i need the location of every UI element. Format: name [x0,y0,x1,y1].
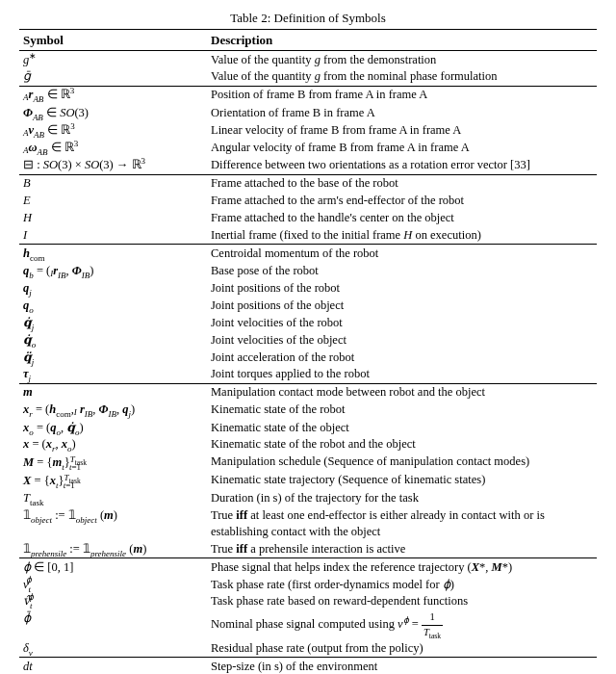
table-row: τjJoint torques applied to the robot [19,366,597,383]
symbol-cell: dt [19,658,207,674]
table-row: v̂tϕTask phase rate based on reward-depe… [19,593,597,610]
description-cell: Kinematic state of the robot and the obj… [207,436,597,454]
table-row: xr = (hcom,I rIB, ΦIB, qj)Kinematic stat… [19,402,597,419]
table-row: ϕ ∈ [0, 1]Phase signal that helps index … [19,558,597,576]
symbol-cell: Ttask [19,490,207,507]
symbol-cell: v̂tϕ [19,593,207,610]
table-row: δvResidual phase rate (output from the p… [19,639,597,657]
table-row: X = {xt}Ttaskt=1Kinematic state trajecto… [19,472,597,490]
table-row: q̇oJoint velocities of the object [19,331,597,349]
description-cell: Difference between two orientations as a… [207,157,597,174]
symbol-cell: ϕ̄ [19,610,207,640]
table-row: qjJoint positions of the robot [19,280,597,298]
symbol-cell: E [19,193,207,210]
symbol-cell: vtϕ [19,576,207,593]
page-container: Table 2: Definition of Symbols Symbol De… [0,0,616,674]
symbol-cell: τj [19,366,207,383]
symbol-cell: 𝟙prehensile := 𝟙prehensile (m) [19,540,207,557]
table-row: IInertial frame (fixed to the initial fr… [19,226,597,244]
description-cell: Position of frame B from frame A in fram… [207,86,597,104]
table-header-row: Symbol Description [19,29,597,51]
description-cell: Linear velocity of frame B from frame A … [207,121,597,139]
symbol-cell: x = (xr, xo) [19,436,207,454]
table-row: hcomCentroidal momentum of the robot [19,245,597,262]
description-cell: Frame attached to the base of the robot [207,174,597,192]
table-row: ΦAB ∈ SO(3)Orientation of frame B in fra… [19,104,597,121]
table-row: q̇jJoint velocities of the robot [19,314,597,331]
description-cell: True iff at least one end-effector is ei… [207,507,597,541]
symbol-cell: M = {mt}Ttaskt=1 [19,454,207,472]
symbol-cell: AvAB ∈ ℝ3 [19,121,207,139]
description-cell: Joint positions of the robot [207,280,597,298]
symbol-cell: B [19,174,207,192]
table-row: ḡValue of the quantity g from the nomina… [19,68,597,86]
description-cell: Kinematic state of the robot [207,402,597,419]
table-row: TtaskDuration (in s) of the trajectory f… [19,490,597,507]
symbol-cell: ΦAB ∈ SO(3) [19,104,207,121]
table-row: HFrame attached to the handle's center o… [19,210,597,227]
description-cell: Residual phase rate (output from the pol… [207,639,597,657]
symbol-cell: ḡ [19,68,207,86]
description-cell: Joint acceleration of the robot [207,349,597,366]
table-row: dtStep-size (in s) of the environment [19,658,597,674]
symbol-cell: q̇o [19,331,207,349]
description-cell: Duration (in s) of the trajectory for th… [207,490,597,507]
symbol-cell: 𝟙object := 𝟙object (m) [19,507,207,541]
description-cell: Manipulation contact mode between robot … [207,383,597,401]
description-cell: Value of the quantity g from the nominal… [207,68,597,86]
description-cell: True iff a prehensile interaction is act… [207,540,597,557]
symbol-cell: q̈j [19,349,207,366]
symbol-cell: qj [19,280,207,298]
description-cell: Orientation of frame B in frame A [207,104,597,121]
table-row: mManipulation contact mode between robot… [19,383,597,401]
table-row: 𝟙prehensile := 𝟙prehensile (m)True iff a… [19,540,597,557]
table-row: qb = (IrIB, ΦIB)Base pose of the robot [19,262,597,279]
table-row: EFrame attached to the arm's end-effecto… [19,193,597,210]
table-caption: Table 2: Definition of Symbols [19,10,597,27]
description-cell: Frame attached to the handle's center on… [207,210,597,227]
symbol-cell: X = {xt}Ttaskt=1 [19,472,207,490]
description-cell: Base pose of the robot [207,262,597,279]
header-description: Description [207,29,597,51]
symbol-cell: ϕ ∈ [0, 1] [19,558,207,576]
description-cell: Manipulation schedule (Sequence of manip… [207,454,597,472]
description-cell: Phase signal that helps index the refere… [207,558,597,576]
symbol-cell: H [19,210,207,227]
symbol-cell: AωAB ∈ ℝ3 [19,140,207,157]
description-cell: Value of the quantity g from the demonst… [207,51,597,68]
description-cell: Joint torques applied to the robot [207,366,597,383]
description-cell: Step-size (in s) of the environment [207,658,597,674]
table-row: ArAB ∈ ℝ3Position of frame B from frame … [19,86,597,104]
table-row: AvAB ∈ ℝ3Linear velocity of frame B from… [19,121,597,139]
description-cell: Kinematic state of the object [207,419,597,436]
header-symbol: Symbol [19,29,207,51]
description-cell: Angular velocity of frame B from frame A… [207,140,597,157]
symbol-cell: ⊟ : SO(3) × SO(3) → ℝ3 [19,157,207,174]
description-cell: Kinematic state trajectory (Sequence of … [207,472,597,490]
description-cell: Task phase rate based on reward-dependen… [207,593,597,610]
table-row: q̈jJoint acceleration of the robot [19,349,597,366]
symbols-table: Symbol Description g∗Value of the quanti… [19,29,597,674]
description-cell: Joint velocities of the robot [207,314,597,331]
table-row: ϕ̄Nominal phase signal computed using vϕ… [19,610,597,640]
table-row: xo = (qo, q̇o)Kinematic state of the obj… [19,419,597,436]
description-cell: Joint velocities of the object [207,331,597,349]
description-cell: Frame attached to the arm's end-effector… [207,193,597,210]
symbol-cell: δv [19,639,207,657]
symbol-cell: q̇j [19,314,207,331]
table-row: 𝟙object := 𝟙object (m)True iff at least … [19,507,597,541]
description-cell: Centroidal momentum of the robot [207,245,597,262]
description-cell: Task phase rate (first order-dynamics mo… [207,576,597,593]
table-row: AωAB ∈ ℝ3Angular velocity of frame B fro… [19,140,597,157]
description-cell: Nominal phase signal computed using vϕ =… [207,610,597,640]
symbol-cell: xo = (qo, q̇o) [19,419,207,436]
symbol-cell: qo [19,297,207,314]
table-row: ⊟ : SO(3) × SO(3) → ℝ3Difference between… [19,157,597,174]
description-cell: Joint positions of the object [207,297,597,314]
symbol-cell: hcom [19,245,207,262]
table-row: qoJoint positions of the object [19,297,597,314]
table-row: M = {mt}Ttaskt=1Manipulation schedule (S… [19,454,597,472]
table-row: x = (xr, xo)Kinematic state of the robot… [19,436,597,454]
symbol-cell: I [19,226,207,244]
symbol-cell: m [19,383,207,401]
